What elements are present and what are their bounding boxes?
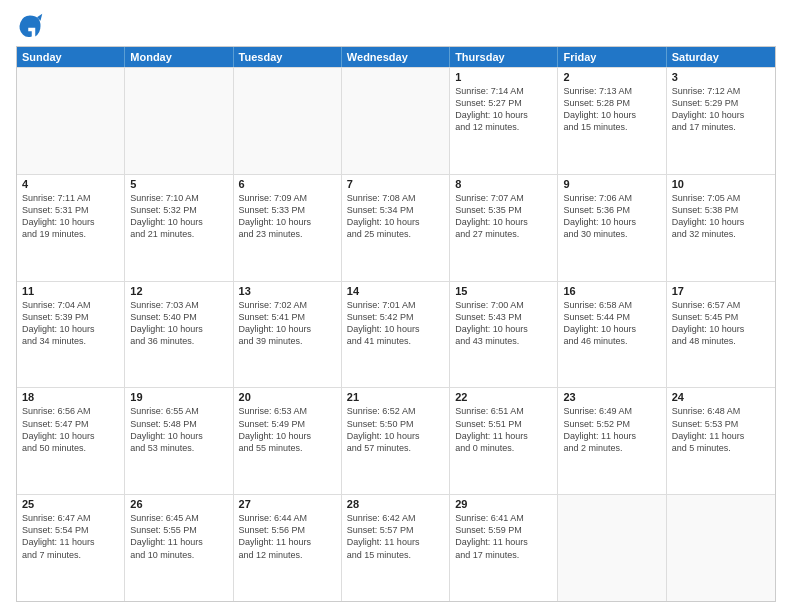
day-number: 18 [22, 391, 119, 403]
calendar-cell: 22Sunrise: 6:51 AM Sunset: 5:51 PM Dayli… [450, 388, 558, 494]
day-number: 5 [130, 178, 227, 190]
calendar-cell: 21Sunrise: 6:52 AM Sunset: 5:50 PM Dayli… [342, 388, 450, 494]
day-number: 7 [347, 178, 444, 190]
day-info: Sunrise: 6:58 AM Sunset: 5:44 PM Dayligh… [563, 299, 660, 348]
calendar-cell [342, 68, 450, 174]
day-number: 13 [239, 285, 336, 297]
cal-header-friday: Friday [558, 47, 666, 67]
day-number: 14 [347, 285, 444, 297]
day-info: Sunrise: 6:47 AM Sunset: 5:54 PM Dayligh… [22, 512, 119, 561]
calendar-cell: 15Sunrise: 7:00 AM Sunset: 5:43 PM Dayli… [450, 282, 558, 388]
day-info: Sunrise: 7:13 AM Sunset: 5:28 PM Dayligh… [563, 85, 660, 134]
calendar-cell: 18Sunrise: 6:56 AM Sunset: 5:47 PM Dayli… [17, 388, 125, 494]
calendar: SundayMondayTuesdayWednesdayThursdayFrid… [16, 46, 776, 602]
cal-header-saturday: Saturday [667, 47, 775, 67]
calendar-cell: 13Sunrise: 7:02 AM Sunset: 5:41 PM Dayli… [234, 282, 342, 388]
calendar-row-3: 18Sunrise: 6:56 AM Sunset: 5:47 PM Dayli… [17, 387, 775, 494]
day-number: 8 [455, 178, 552, 190]
day-info: Sunrise: 7:07 AM Sunset: 5:35 PM Dayligh… [455, 192, 552, 241]
calendar-cell: 10Sunrise: 7:05 AM Sunset: 5:38 PM Dayli… [667, 175, 775, 281]
day-number: 6 [239, 178, 336, 190]
calendar-cell: 3Sunrise: 7:12 AM Sunset: 5:29 PM Daylig… [667, 68, 775, 174]
day-info: Sunrise: 7:08 AM Sunset: 5:34 PM Dayligh… [347, 192, 444, 241]
calendar-cell: 1Sunrise: 7:14 AM Sunset: 5:27 PM Daylig… [450, 68, 558, 174]
calendar-cell: 26Sunrise: 6:45 AM Sunset: 5:55 PM Dayli… [125, 495, 233, 601]
calendar-cell [17, 68, 125, 174]
calendar-cell [234, 68, 342, 174]
calendar-cell: 25Sunrise: 6:47 AM Sunset: 5:54 PM Dayli… [17, 495, 125, 601]
calendar-cell: 16Sunrise: 6:58 AM Sunset: 5:44 PM Dayli… [558, 282, 666, 388]
calendar-cell: 17Sunrise: 6:57 AM Sunset: 5:45 PM Dayli… [667, 282, 775, 388]
day-number: 17 [672, 285, 770, 297]
calendar-header: SundayMondayTuesdayWednesdayThursdayFrid… [17, 47, 775, 67]
header [16, 12, 776, 40]
day-info: Sunrise: 6:44 AM Sunset: 5:56 PM Dayligh… [239, 512, 336, 561]
day-info: Sunrise: 7:14 AM Sunset: 5:27 PM Dayligh… [455, 85, 552, 134]
day-info: Sunrise: 6:53 AM Sunset: 5:49 PM Dayligh… [239, 405, 336, 454]
calendar-cell [125, 68, 233, 174]
calendar-cell: 12Sunrise: 7:03 AM Sunset: 5:40 PM Dayli… [125, 282, 233, 388]
calendar-cell: 29Sunrise: 6:41 AM Sunset: 5:59 PM Dayli… [450, 495, 558, 601]
day-info: Sunrise: 7:04 AM Sunset: 5:39 PM Dayligh… [22, 299, 119, 348]
day-info: Sunrise: 6:49 AM Sunset: 5:52 PM Dayligh… [563, 405, 660, 454]
day-number: 12 [130, 285, 227, 297]
calendar-cell: 11Sunrise: 7:04 AM Sunset: 5:39 PM Dayli… [17, 282, 125, 388]
calendar-cell: 24Sunrise: 6:48 AM Sunset: 5:53 PM Dayli… [667, 388, 775, 494]
cal-header-monday: Monday [125, 47, 233, 67]
day-number: 15 [455, 285, 552, 297]
day-info: Sunrise: 6:42 AM Sunset: 5:57 PM Dayligh… [347, 512, 444, 561]
day-info: Sunrise: 7:02 AM Sunset: 5:41 PM Dayligh… [239, 299, 336, 348]
day-number: 2 [563, 71, 660, 83]
day-info: Sunrise: 7:00 AM Sunset: 5:43 PM Dayligh… [455, 299, 552, 348]
calendar-cell: 14Sunrise: 7:01 AM Sunset: 5:42 PM Dayli… [342, 282, 450, 388]
cal-header-thursday: Thursday [450, 47, 558, 67]
day-number: 21 [347, 391, 444, 403]
day-number: 23 [563, 391, 660, 403]
day-info: Sunrise: 6:55 AM Sunset: 5:48 PM Dayligh… [130, 405, 227, 454]
day-number: 20 [239, 391, 336, 403]
day-number: 25 [22, 498, 119, 510]
calendar-cell [558, 495, 666, 601]
day-info: Sunrise: 6:45 AM Sunset: 5:55 PM Dayligh… [130, 512, 227, 561]
day-info: Sunrise: 6:51 AM Sunset: 5:51 PM Dayligh… [455, 405, 552, 454]
calendar-cell: 27Sunrise: 6:44 AM Sunset: 5:56 PM Dayli… [234, 495, 342, 601]
day-info: Sunrise: 7:03 AM Sunset: 5:40 PM Dayligh… [130, 299, 227, 348]
day-info: Sunrise: 7:11 AM Sunset: 5:31 PM Dayligh… [22, 192, 119, 241]
day-info: Sunrise: 7:06 AM Sunset: 5:36 PM Dayligh… [563, 192, 660, 241]
calendar-cell: 19Sunrise: 6:55 AM Sunset: 5:48 PM Dayli… [125, 388, 233, 494]
calendar-cell: 23Sunrise: 6:49 AM Sunset: 5:52 PM Dayli… [558, 388, 666, 494]
calendar-row-4: 25Sunrise: 6:47 AM Sunset: 5:54 PM Dayli… [17, 494, 775, 601]
day-number: 28 [347, 498, 444, 510]
day-number: 11 [22, 285, 119, 297]
day-info: Sunrise: 6:57 AM Sunset: 5:45 PM Dayligh… [672, 299, 770, 348]
day-number: 24 [672, 391, 770, 403]
day-info: Sunrise: 6:41 AM Sunset: 5:59 PM Dayligh… [455, 512, 552, 561]
day-info: Sunrise: 6:52 AM Sunset: 5:50 PM Dayligh… [347, 405, 444, 454]
calendar-cell: 6Sunrise: 7:09 AM Sunset: 5:33 PM Daylig… [234, 175, 342, 281]
day-number: 4 [22, 178, 119, 190]
day-number: 29 [455, 498, 552, 510]
calendar-cell: 2Sunrise: 7:13 AM Sunset: 5:28 PM Daylig… [558, 68, 666, 174]
day-number: 27 [239, 498, 336, 510]
day-info: Sunrise: 7:05 AM Sunset: 5:38 PM Dayligh… [672, 192, 770, 241]
calendar-row-1: 4Sunrise: 7:11 AM Sunset: 5:31 PM Daylig… [17, 174, 775, 281]
day-info: Sunrise: 7:12 AM Sunset: 5:29 PM Dayligh… [672, 85, 770, 134]
day-number: 1 [455, 71, 552, 83]
logo [16, 12, 48, 40]
day-info: Sunrise: 6:56 AM Sunset: 5:47 PM Dayligh… [22, 405, 119, 454]
day-number: 19 [130, 391, 227, 403]
logo-icon [16, 12, 44, 40]
calendar-cell: 28Sunrise: 6:42 AM Sunset: 5:57 PM Dayli… [342, 495, 450, 601]
cal-header-sunday: Sunday [17, 47, 125, 67]
day-number: 22 [455, 391, 552, 403]
calendar-cell: 7Sunrise: 7:08 AM Sunset: 5:34 PM Daylig… [342, 175, 450, 281]
calendar-cell: 20Sunrise: 6:53 AM Sunset: 5:49 PM Dayli… [234, 388, 342, 494]
calendar-row-2: 11Sunrise: 7:04 AM Sunset: 5:39 PM Dayli… [17, 281, 775, 388]
day-info: Sunrise: 6:48 AM Sunset: 5:53 PM Dayligh… [672, 405, 770, 454]
day-number: 10 [672, 178, 770, 190]
day-info: Sunrise: 7:01 AM Sunset: 5:42 PM Dayligh… [347, 299, 444, 348]
cal-header-wednesday: Wednesday [342, 47, 450, 67]
calendar-cell: 9Sunrise: 7:06 AM Sunset: 5:36 PM Daylig… [558, 175, 666, 281]
cal-header-tuesday: Tuesday [234, 47, 342, 67]
calendar-cell: 4Sunrise: 7:11 AM Sunset: 5:31 PM Daylig… [17, 175, 125, 281]
